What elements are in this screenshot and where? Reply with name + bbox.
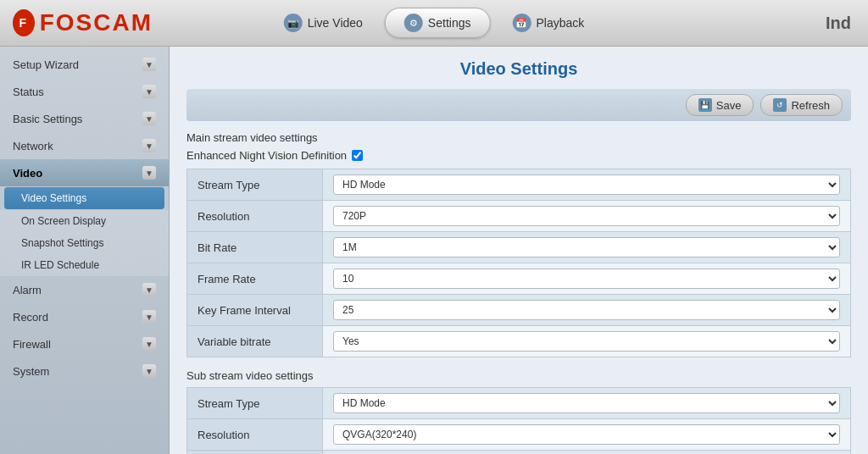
sidebar-label-alarm: Alarm — [13, 284, 42, 296]
toolbar: 💾 Save ↺ Refresh — [186, 89, 851, 121]
playback-icon: 📅 — [512, 14, 531, 32]
save-label: Save — [716, 99, 742, 112]
logo-text: FOSCAM — [40, 9, 153, 36]
table-row: Stream Type HD ModeSD Mode — [187, 388, 851, 419]
sidebar-item-basic-settings[interactable]: Basic Settings ▼ — [0, 105, 169, 132]
sidebar-sub-item-snapshot-settings[interactable]: Snapshot Settings — [0, 232, 169, 254]
main-resolution-cell: 720P1080P480P — [323, 201, 851, 232]
table-row: Stream Type HD ModeSD Mode — [187, 169, 851, 201]
sidebar-item-system[interactable]: System ▼ — [0, 357, 169, 385]
sidebar-sub-label-ir-led-schedule: IR LED Schedule — [21, 259, 99, 271]
main-vbr-select[interactable]: YesNo — [333, 331, 840, 352]
main-stream-type-cell: HD ModeSD Mode — [323, 169, 851, 201]
sidebar-item-setup-wizard[interactable]: Setup Wizard ▼ — [0, 51, 169, 78]
sidebar-label-basic-settings: Basic Settings — [13, 113, 82, 125]
settings-icon: ⚙ — [404, 14, 423, 32]
save-button[interactable]: 💾 Save — [686, 94, 754, 116]
live-video-icon: 📷 — [284, 14, 303, 32]
enhanced-night-vision-row: Enhanced Night Vision Definition — [186, 149, 851, 162]
sub-stream-section-label: Sub stream video settings — [186, 369, 851, 382]
save-icon: 💾 — [698, 98, 712, 112]
main-resolution-label: Resolution — [187, 201, 323, 232]
sidebar-label-video: Video — [13, 167, 42, 180]
main-stream-section-label: Main stream video settings — [186, 131, 851, 144]
main-bitrate-cell: 1M2M512K — [323, 232, 851, 263]
main-framerate-label: Frame Rate — [187, 263, 323, 295]
tab-playback[interactable]: 📅 Playback — [493, 8, 603, 37]
main-stream-type-select[interactable]: HD ModeSD Mode — [333, 174, 840, 195]
header: F FOSCAM 📷 Live Video ⚙ Settings 📅 Playb… — [0, 0, 868, 47]
main-resolution-select[interactable]: 720P1080P480P — [333, 206, 840, 226]
main-bitrate-label: Bit Rate — [187, 232, 323, 263]
sidebar-item-network[interactable]: Network ▼ — [0, 132, 169, 159]
logo: F FOSCAM — [0, 9, 153, 36]
table-row: Key Frame Interval 255075100 — [187, 295, 851, 326]
tab-live-video-label: Live Video — [308, 16, 363, 30]
main-stream-table: Stream Type HD ModeSD Mode Resolution 72… — [186, 169, 851, 357]
sidebar-sub-label-on-screen-display: On Screen Display — [21, 215, 106, 227]
sidebar-arrow-network: ▼ — [142, 139, 156, 152]
sidebar-label-setup-wizard: Setup Wizard — [13, 58, 79, 71]
sub-resolution-select[interactable]: QVGA(320*240)VGA(640*480) — [333, 424, 840, 445]
sidebar-sub-item-ir-led-schedule[interactable]: IR LED Schedule — [0, 254, 169, 276]
refresh-label: Refresh — [791, 99, 830, 112]
header-right-text: Ind — [826, 14, 851, 33]
main-framerate-cell: 1015202530 — [323, 263, 851, 295]
sidebar-item-status[interactable]: Status ▼ — [0, 78, 169, 105]
sidebar-arrow-video: ▼ — [142, 166, 156, 180]
main-framerate-select[interactable]: 1015202530 — [333, 269, 840, 289]
sidebar-item-alarm[interactable]: Alarm ▼ — [0, 276, 169, 303]
main-keyframe-cell: 255075100 — [323, 295, 851, 326]
table-row: Resolution 720P1080P480P — [187, 201, 851, 232]
sub-resolution-label: Resolution — [187, 419, 323, 451]
sidebar-label-system: System — [13, 365, 49, 378]
sidebar-arrow-setup-wizard: ▼ — [142, 58, 156, 71]
sidebar-item-firewall[interactable]: Firewall ▼ — [0, 330, 169, 357]
table-row: Bit Rate 1M2M512K — [187, 232, 851, 263]
main-vbr-label: Variable bitrate — [187, 326, 323, 357]
enhanced-night-vision-checkbox[interactable] — [352, 150, 363, 161]
sub-resolution-cell: QVGA(320*240)VGA(640*480) — [323, 419, 851, 451]
sidebar-label-record: Record — [13, 311, 48, 324]
sub-bitrate-label: Bit Rate — [187, 451, 323, 455]
tab-playback-label: Playback — [536, 16, 584, 30]
logo-icon: F — [13, 9, 35, 36]
tab-settings-label: Settings — [428, 16, 471, 30]
tab-live-video[interactable]: 📷 Live Video — [265, 8, 381, 37]
sub-bitrate-cell: 100K200K512K — [323, 451, 851, 455]
sidebar-label-firewall: Firewall — [13, 338, 51, 351]
sidebar-sub-item-video-settings[interactable]: Video Settings — [4, 187, 164, 209]
sidebar: Setup Wizard ▼ Status ▼ Basic Settings ▼… — [0, 47, 170, 454]
content: Video Settings 💾 Save ↺ Refresh Main str… — [170, 47, 868, 454]
sidebar-arrow-basic-settings: ▼ — [142, 112, 156, 125]
sub-stream-type-label: Stream Type — [187, 388, 323, 419]
refresh-icon: ↺ — [773, 98, 787, 112]
sidebar-arrow-alarm: ▼ — [142, 283, 156, 296]
enhanced-label: Enhanced Night Vision Definition — [186, 149, 347, 162]
main-keyframe-label: Key Frame Interval — [187, 295, 323, 326]
sidebar-arrow-status: ▼ — [142, 85, 156, 98]
main-layout: Setup Wizard ▼ Status ▼ Basic Settings ▼… — [0, 47, 868, 454]
main-vbr-cell: YesNo — [323, 326, 851, 357]
page-title: Video Settings — [186, 59, 851, 79]
sidebar-label-network: Network — [13, 140, 53, 152]
sidebar-sub-label-snapshot-settings: Snapshot Settings — [21, 237, 103, 249]
tab-settings[interactable]: ⚙ Settings — [385, 8, 491, 38]
main-keyframe-select[interactable]: 255075100 — [333, 300, 840, 320]
sidebar-sub-item-on-screen-display[interactable]: On Screen Display — [0, 210, 169, 232]
sub-stream-type-cell: HD ModeSD Mode — [323, 388, 851, 419]
sub-stream-table: Stream Type HD ModeSD Mode Resolution QV… — [186, 387, 851, 454]
table-row: Variable bitrate YesNo — [187, 326, 851, 357]
main-bitrate-select[interactable]: 1M2M512K — [333, 237, 840, 257]
sidebar-arrow-record: ▼ — [142, 310, 156, 324]
refresh-button[interactable]: ↺ Refresh — [760, 94, 843, 116]
sidebar-item-record[interactable]: Record ▼ — [0, 303, 169, 330]
nav-tabs: 📷 Live Video ⚙ Settings 📅 Playback — [265, 8, 604, 38]
sidebar-arrow-firewall: ▼ — [142, 337, 156, 351]
table-row: Bit Rate 100K200K512K — [187, 451, 851, 455]
table-row: Frame Rate 1015202530 — [187, 263, 851, 295]
sidebar-item-video[interactable]: Video ▼ — [0, 159, 169, 186]
sidebar-arrow-system: ▼ — [142, 364, 156, 378]
sub-stream-type-select[interactable]: HD ModeSD Mode — [333, 393, 840, 413]
main-stream-type-label: Stream Type — [187, 169, 323, 201]
